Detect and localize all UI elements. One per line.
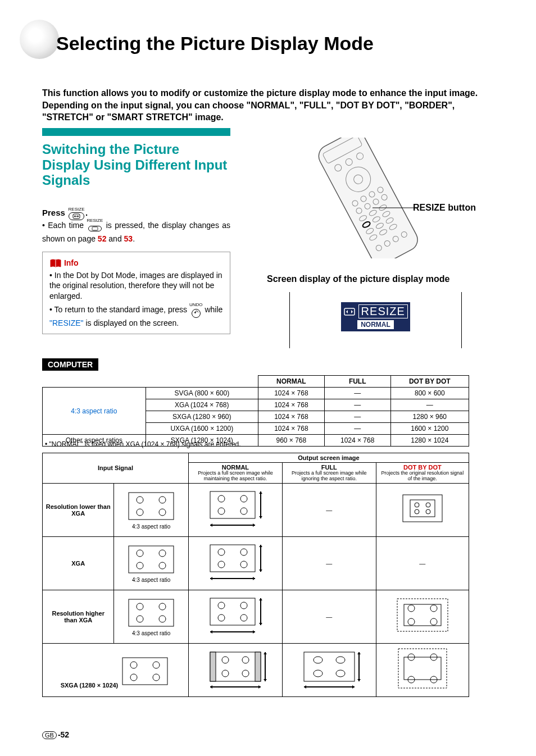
- svg-point-79: [137, 603, 143, 610]
- t2-r0-full: —: [282, 483, 376, 536]
- svg-point-103: [130, 674, 137, 681]
- svg-point-47: [240, 495, 247, 502]
- svg-point-84: [218, 602, 225, 609]
- svg-rect-94: [397, 599, 448, 631]
- svg-marker-55: [259, 516, 262, 518]
- svg-marker-54: [259, 491, 262, 494]
- t2-r0-input-diagram: 4:3 aspect ratio: [114, 483, 189, 536]
- t2-r0-label: Resolution lower than XGA: [43, 483, 114, 536]
- t2-r0-dot: [376, 483, 469, 536]
- gb-badge: GB: [42, 731, 57, 739]
- svg-rect-129: [398, 649, 447, 688]
- svg-marker-125: [352, 685, 355, 689]
- t2-r2-full: —: [282, 590, 376, 643]
- svg-marker-128: [357, 679, 361, 681]
- t2-r1-label: XGA: [43, 536, 114, 590]
- book-icon: [49, 258, 64, 267]
- t1-col-dot: DOT BY DOT: [390, 376, 469, 388]
- svg-point-119: [314, 657, 322, 663]
- t1-r1-res: XGA (1024 × 768): [146, 399, 258, 411]
- info-bullet-1: In the Dot by Dot Mode, images are displ…: [49, 271, 222, 300]
- page-ref-53[interactable]: 53: [124, 234, 133, 243]
- svg-marker-117: [264, 679, 267, 681]
- resolution-table: NORMAL FULL DOT BY DOT 4:3 aspect ratio …: [42, 375, 469, 447]
- t2-r3-label: SXGA (1280 × 1024): [43, 643, 189, 696]
- table1-footnote: • "NORMAL" is fixed when XGA (1024 × 768…: [45, 440, 241, 448]
- svg-rect-118: [304, 652, 355, 681]
- svg-rect-5: [315, 138, 421, 258]
- computer-section-tag: COMPUTER: [42, 358, 98, 371]
- svg-point-48: [218, 508, 225, 514]
- each-time-text: • Each time RESIZE is pressed, the displ…: [42, 218, 230, 244]
- teal-bar: [42, 128, 230, 136]
- svg-rect-62: [129, 546, 174, 573]
- svg-marker-124: [304, 685, 306, 689]
- resize-button-icon-2: [88, 226, 102, 231]
- svg-marker-39: [351, 310, 353, 313]
- svg-marker-3: [78, 215, 79, 217]
- t2-r1-normal: [189, 536, 283, 590]
- undo-caption: UNDO: [189, 302, 203, 308]
- t2-r2-dot: [376, 590, 469, 643]
- page-number-value: -52: [58, 730, 69, 739]
- svg-marker-2: [74, 215, 75, 217]
- svg-marker-51: [210, 523, 212, 527]
- svg-point-86: [218, 614, 225, 621]
- svg-point-104: [153, 674, 160, 681]
- svg-rect-57: [410, 500, 435, 517]
- t2-output-header: Output screen image: [189, 453, 469, 463]
- t1-r0-d: 800 × 600: [390, 388, 469, 399]
- resize-button-callout: RESIZE button: [413, 202, 476, 213]
- output-image-table: Input Signal Output screen image NORMAL …: [42, 453, 469, 697]
- resize-pill-caption: RESIZE: [67, 207, 85, 212]
- svg-point-87: [240, 614, 247, 621]
- screen-display-heading: Screen display of the picture display mo…: [267, 274, 449, 284]
- page-number: GB-52: [42, 730, 69, 739]
- info-label: Info: [64, 258, 79, 267]
- svg-point-97: [430, 605, 437, 612]
- svg-point-69: [240, 549, 247, 555]
- svg-point-108: [222, 657, 229, 663]
- svg-point-44: [159, 509, 166, 516]
- page-ref-52[interactable]: 52: [98, 234, 107, 243]
- info-bullet-2c: is displayed on the screen.: [85, 318, 179, 327]
- svg-point-64: [159, 550, 166, 557]
- svg-rect-40: [129, 493, 174, 520]
- svg-marker-127: [357, 652, 361, 654]
- svg-point-66: [159, 562, 166, 569]
- each-time-1: Each time: [48, 221, 84, 230]
- svg-point-110: [222, 670, 229, 677]
- t1-r0-res: SVGA (800 × 600): [146, 388, 258, 399]
- t2-r0-normal: [189, 483, 283, 536]
- each-time-and: and: [108, 234, 121, 243]
- t1-r2-res: SXGA (1280 × 960): [146, 411, 258, 423]
- svg-point-42: [159, 497, 166, 503]
- svg-marker-76: [259, 545, 262, 547]
- info-bullet-2b: while: [205, 305, 222, 314]
- svg-marker-74: [253, 577, 255, 580]
- svg-point-49: [240, 508, 247, 514]
- osd-resize-label: RESIZE: [358, 304, 408, 318]
- svg-marker-90: [253, 630, 255, 634]
- t2-r2-normal: [189, 590, 283, 643]
- t2-r2-label: Resolution higher than XGA: [43, 590, 114, 643]
- svg-point-99: [430, 618, 437, 625]
- svg-rect-130: [404, 657, 441, 680]
- t1-r3-res: UXGA (1600 × 1200): [146, 423, 258, 435]
- svg-point-80: [159, 603, 166, 610]
- svg-rect-95: [404, 604, 441, 626]
- t2-r1-dot: —: [376, 536, 469, 590]
- svg-point-122: [336, 670, 345, 677]
- remote-illustration: [289, 138, 447, 258]
- t1-r0-n: 1024 × 768: [258, 388, 324, 399]
- t2-col-dot: DOT BY DOT Projects the original resolut…: [376, 463, 469, 484]
- svg-point-120: [336, 657, 345, 663]
- svg-point-63: [137, 550, 143, 557]
- section-subhead: Switching the Picture Display Using Diff…: [42, 142, 230, 188]
- svg-point-43: [137, 509, 143, 516]
- undo-button-icon: ↶: [192, 309, 201, 318]
- svg-point-59: [426, 503, 430, 507]
- t1-col-full: FULL: [324, 376, 390, 388]
- info-bullet-2a: To return to the standard image, press: [54, 305, 188, 314]
- t2-col-normal: NORMAL Projects a full screen image whil…: [189, 463, 283, 484]
